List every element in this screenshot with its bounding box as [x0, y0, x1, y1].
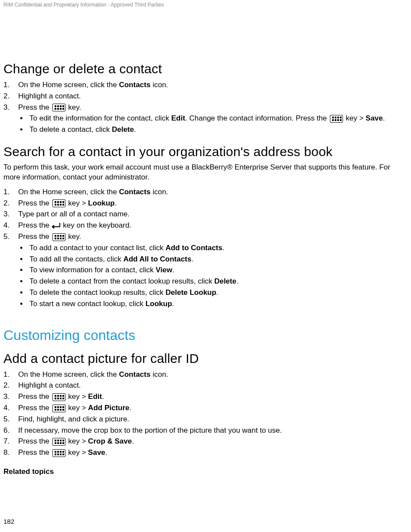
step-item: Press the key > Crop & Save. — [3, 436, 408, 447]
step-text: key > — [66, 448, 88, 457]
blackberry-key-icon — [52, 104, 65, 111]
bullet-text: . — [191, 255, 193, 263]
intro-paragraph: To perform this task, your work email ac… — [3, 163, 408, 183]
heading-change-delete: Change or delete a contact — [3, 62, 408, 76]
step-text: Press the — [18, 437, 52, 445]
step-text: Press the — [18, 232, 52, 241]
section-title-customizing: Customizing contacts — [3, 327, 408, 343]
bullet-text: To add all the contacts, click — [29, 255, 123, 263]
step-bold: Lookup — [88, 199, 114, 207]
step-text: key on the keyboard. — [61, 221, 132, 229]
bullet-bold: Save — [365, 114, 383, 122]
bullet-text: . — [236, 277, 238, 285]
step-text: key > — [66, 392, 88, 401]
step-text: key > — [66, 404, 88, 412]
step-text: key > — [66, 199, 88, 207]
bullet-bold: Delete — [214, 277, 236, 285]
bullet-item: To edit the information for the contact,… — [18, 113, 408, 124]
step-text: key. — [66, 232, 82, 241]
blackberry-key-icon — [52, 405, 65, 412]
bullet-bold: Add to Contacts — [166, 244, 222, 252]
steps-search-contact: On the Home screen, click the Contacts i… — [3, 187, 408, 309]
step-text: . — [102, 392, 104, 401]
bullet-text: . — [383, 114, 385, 122]
blackberry-key-icon — [52, 233, 65, 241]
step-text: Press the — [18, 103, 52, 111]
step-item: Press the key. To add a contact to your … — [3, 232, 408, 309]
heading-add-picture: Add a contact picture for caller ID — [3, 351, 408, 366]
step-item: Press the key > Save. — [3, 447, 408, 458]
bullet-item: To start a new contact lookup, click Loo… — [18, 299, 408, 309]
enter-key-icon — [52, 223, 60, 229]
step-item: Type part or all of a contact name. — [3, 209, 408, 219]
step-item: Highlight a contact. — [3, 380, 408, 391]
step-bold: Edit — [88, 392, 102, 401]
step-item: On the Home screen, click the Contacts i… — [3, 187, 408, 197]
step-bold: Contacts — [119, 370, 150, 379]
step-text: key > — [66, 437, 88, 445]
step-text: . — [105, 448, 108, 457]
bullet-bold: Delete — [112, 125, 134, 134]
sub-bullets: To add a contact to your contact list, c… — [18, 243, 408, 309]
blackberry-key-icon — [52, 393, 65, 401]
page-number: 182 — [3, 518, 14, 525]
bullet-text: To edit the information for the contact,… — [29, 114, 171, 122]
bullet-item: To view information for a contact, click… — [18, 265, 408, 275]
blackberry-key-icon — [52, 199, 65, 207]
bullet-bold: Lookup — [145, 300, 172, 308]
step-text: . — [132, 437, 134, 445]
step-bold: Contacts — [119, 81, 150, 89]
step-text: On the Home screen, click the — [18, 81, 119, 89]
blackberry-key-icon — [330, 115, 343, 123]
step-item: On the Home screen, click the Contacts i… — [3, 80, 408, 90]
steps-add-picture: On the Home screen, click the Contacts i… — [3, 369, 408, 458]
related-topics: Related topics — [3, 467, 408, 476]
bullet-text: . — [216, 288, 219, 297]
bullet-item: To delete the contact lookup results, cl… — [18, 287, 408, 298]
step-item: Highlight a contact. — [3, 91, 408, 101]
step-item: Press the key. To edit the information f… — [3, 102, 408, 135]
step-text: . — [130, 404, 132, 412]
step-text: Press the — [18, 199, 52, 207]
bullet-text: . — [172, 266, 174, 274]
bullet-text: . Change the contact information. Press … — [185, 114, 329, 122]
bullet-text: key > — [344, 114, 366, 122]
bullet-item: To add all the contacts, click Add All t… — [18, 254, 408, 264]
bullet-bold: Add All to Contacts — [123, 255, 191, 263]
step-text: icon. — [150, 81, 168, 89]
step-text: Press the — [18, 404, 52, 412]
heading-search-contact: Search for a contact in your organizatio… — [3, 144, 408, 159]
step-text: icon. — [150, 188, 168, 196]
step-text: On the Home screen, click the — [18, 370, 119, 379]
step-item: Press the key > Lookup. — [3, 198, 408, 209]
bullet-text: To delete the contact lookup results, cl… — [29, 288, 166, 297]
step-text: Press the — [18, 448, 52, 457]
step-bold: Save — [88, 448, 105, 457]
bullet-text: To start a new contact lookup, click — [29, 300, 145, 308]
step-text: icon. — [150, 370, 168, 379]
step-item: On the Home screen, click the Contacts i… — [3, 369, 408, 380]
step-text: key. — [66, 103, 82, 111]
step-item: Press the key on the keyboard. — [3, 220, 408, 231]
step-text: . — [115, 199, 117, 207]
step-item: If necessary, move the crop box to the p… — [3, 425, 408, 436]
sub-bullets: To edit the information for the contact,… — [18, 113, 408, 135]
step-text: Press the — [18, 392, 52, 401]
bullet-item: To delete a contact, click Delete. — [18, 124, 408, 135]
bullet-text: . — [172, 300, 174, 308]
bullet-bold: Delete Lookup — [166, 288, 216, 297]
bullet-text: To add a contact to your contact list, c… — [29, 244, 166, 252]
bullet-text: . — [134, 125, 136, 134]
step-item: Find, highlight, and click a picture. — [3, 414, 408, 424]
step-item: Press the key > Edit. — [3, 392, 408, 402]
bullet-bold: View — [156, 266, 172, 274]
step-text: On the Home screen, click the — [18, 188, 119, 196]
steps-change-delete: On the Home screen, click the Contacts i… — [3, 80, 408, 135]
step-bold: Add Picture — [88, 404, 129, 412]
bullet-text: To view information for a contact, click — [29, 266, 156, 274]
step-text: Press the — [18, 221, 52, 229]
bullet-item: To delete a contact from the contact loo… — [18, 276, 408, 287]
bullet-text: To delete a contact, click — [29, 125, 112, 134]
blackberry-key-icon — [52, 438, 65, 446]
bullet-item: To add a contact to your contact list, c… — [18, 243, 408, 253]
